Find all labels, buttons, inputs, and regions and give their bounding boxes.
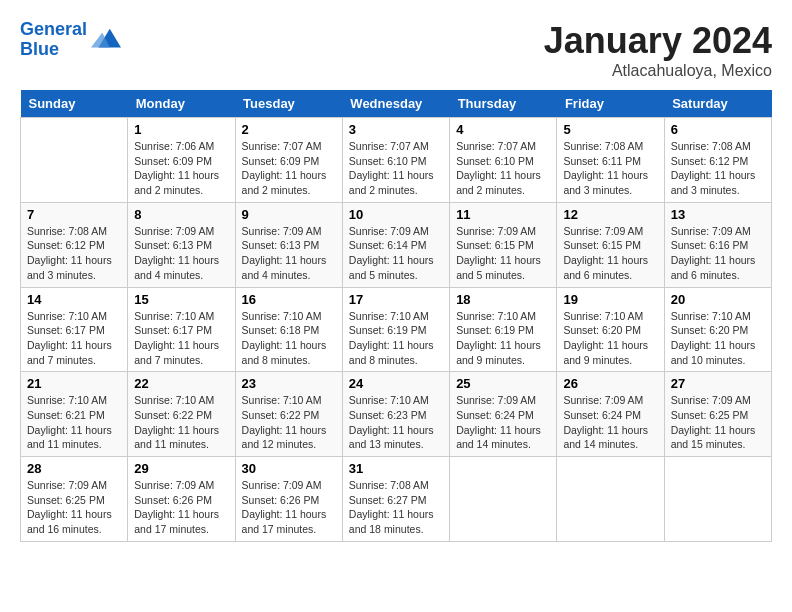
day-info: Sunrise: 7:07 AM Sunset: 6:09 PM Dayligh… [242,139,336,198]
day-info: Sunrise: 7:09 AM Sunset: 6:15 PM Dayligh… [456,224,550,283]
weekday-friday: Friday [557,90,664,118]
calendar-cell: 19Sunrise: 7:10 AM Sunset: 6:20 PM Dayli… [557,287,664,372]
calendar-cell: 23Sunrise: 7:10 AM Sunset: 6:22 PM Dayli… [235,372,342,457]
day-info: Sunrise: 7:07 AM Sunset: 6:10 PM Dayligh… [456,139,550,198]
day-number: 14 [27,292,121,307]
day-info: Sunrise: 7:10 AM Sunset: 6:21 PM Dayligh… [27,393,121,452]
logo-icon [91,25,121,55]
day-info: Sunrise: 7:10 AM Sunset: 6:17 PM Dayligh… [134,309,228,368]
calendar-cell: 29Sunrise: 7:09 AM Sunset: 6:26 PM Dayli… [128,457,235,542]
day-number: 27 [671,376,765,391]
day-info: Sunrise: 7:09 AM Sunset: 6:25 PM Dayligh… [671,393,765,452]
day-number: 12 [563,207,657,222]
calendar-cell: 11Sunrise: 7:09 AM Sunset: 6:15 PM Dayli… [450,202,557,287]
day-info: Sunrise: 7:06 AM Sunset: 6:09 PM Dayligh… [134,139,228,198]
day-number: 9 [242,207,336,222]
calendar-cell [450,457,557,542]
day-number: 6 [671,122,765,137]
day-number: 30 [242,461,336,476]
calendar-cell: 16Sunrise: 7:10 AM Sunset: 6:18 PM Dayli… [235,287,342,372]
calendar-cell [664,457,771,542]
day-number: 22 [134,376,228,391]
day-info: Sunrise: 7:08 AM Sunset: 6:12 PM Dayligh… [671,139,765,198]
weekday-saturday: Saturday [664,90,771,118]
calendar-cell: 15Sunrise: 7:10 AM Sunset: 6:17 PM Dayli… [128,287,235,372]
calendar-cell: 20Sunrise: 7:10 AM Sunset: 6:20 PM Dayli… [664,287,771,372]
calendar-week-3: 14Sunrise: 7:10 AM Sunset: 6:17 PM Dayli… [21,287,772,372]
day-info: Sunrise: 7:09 AM Sunset: 6:26 PM Dayligh… [134,478,228,537]
day-info: Sunrise: 7:08 AM Sunset: 6:11 PM Dayligh… [563,139,657,198]
calendar-cell: 6Sunrise: 7:08 AM Sunset: 6:12 PM Daylig… [664,118,771,203]
day-info: Sunrise: 7:09 AM Sunset: 6:24 PM Dayligh… [456,393,550,452]
calendar-cell: 2Sunrise: 7:07 AM Sunset: 6:09 PM Daylig… [235,118,342,203]
calendar-week-2: 7Sunrise: 7:08 AM Sunset: 6:12 PM Daylig… [21,202,772,287]
calendar-cell: 21Sunrise: 7:10 AM Sunset: 6:21 PM Dayli… [21,372,128,457]
day-info: Sunrise: 7:09 AM Sunset: 6:13 PM Dayligh… [242,224,336,283]
day-info: Sunrise: 7:09 AM Sunset: 6:25 PM Dayligh… [27,478,121,537]
calendar-cell: 7Sunrise: 7:08 AM Sunset: 6:12 PM Daylig… [21,202,128,287]
day-number: 24 [349,376,443,391]
calendar-cell: 12Sunrise: 7:09 AM Sunset: 6:15 PM Dayli… [557,202,664,287]
calendar-cell: 31Sunrise: 7:08 AM Sunset: 6:27 PM Dayli… [342,457,449,542]
weekday-header-row: SundayMondayTuesdayWednesdayThursdayFrid… [21,90,772,118]
calendar-cell: 25Sunrise: 7:09 AM Sunset: 6:24 PM Dayli… [450,372,557,457]
calendar-week-4: 21Sunrise: 7:10 AM Sunset: 6:21 PM Dayli… [21,372,772,457]
day-number: 19 [563,292,657,307]
day-number: 3 [349,122,443,137]
day-info: Sunrise: 7:10 AM Sunset: 6:22 PM Dayligh… [242,393,336,452]
calendar-cell [21,118,128,203]
calendar-cell: 28Sunrise: 7:09 AM Sunset: 6:25 PM Dayli… [21,457,128,542]
calendar-cell: 5Sunrise: 7:08 AM Sunset: 6:11 PM Daylig… [557,118,664,203]
day-info: Sunrise: 7:09 AM Sunset: 6:24 PM Dayligh… [563,393,657,452]
calendar-cell: 18Sunrise: 7:10 AM Sunset: 6:19 PM Dayli… [450,287,557,372]
calendar-cell: 27Sunrise: 7:09 AM Sunset: 6:25 PM Dayli… [664,372,771,457]
location-title: Atlacahualoya, Mexico [544,62,772,80]
weekday-wednesday: Wednesday [342,90,449,118]
day-number: 10 [349,207,443,222]
calendar-week-1: 1Sunrise: 7:06 AM Sunset: 6:09 PM Daylig… [21,118,772,203]
day-number: 11 [456,207,550,222]
day-info: Sunrise: 7:09 AM Sunset: 6:16 PM Dayligh… [671,224,765,283]
day-info: Sunrise: 7:10 AM Sunset: 6:19 PM Dayligh… [349,309,443,368]
title-block: January 2024 Atlacahualoya, Mexico [544,20,772,80]
day-info: Sunrise: 7:09 AM Sunset: 6:26 PM Dayligh… [242,478,336,537]
calendar-cell: 22Sunrise: 7:10 AM Sunset: 6:22 PM Dayli… [128,372,235,457]
day-info: Sunrise: 7:10 AM Sunset: 6:20 PM Dayligh… [671,309,765,368]
day-number: 7 [27,207,121,222]
day-info: Sunrise: 7:10 AM Sunset: 6:17 PM Dayligh… [27,309,121,368]
day-number: 5 [563,122,657,137]
weekday-monday: Monday [128,90,235,118]
day-info: Sunrise: 7:09 AM Sunset: 6:15 PM Dayligh… [563,224,657,283]
day-info: Sunrise: 7:09 AM Sunset: 6:13 PM Dayligh… [134,224,228,283]
weekday-sunday: Sunday [21,90,128,118]
day-info: Sunrise: 7:08 AM Sunset: 6:12 PM Dayligh… [27,224,121,283]
day-info: Sunrise: 7:10 AM Sunset: 6:23 PM Dayligh… [349,393,443,452]
day-number: 23 [242,376,336,391]
calendar-cell: 9Sunrise: 7:09 AM Sunset: 6:13 PM Daylig… [235,202,342,287]
calendar-cell: 10Sunrise: 7:09 AM Sunset: 6:14 PM Dayli… [342,202,449,287]
calendar-cell: 13Sunrise: 7:09 AM Sunset: 6:16 PM Dayli… [664,202,771,287]
logo: General Blue [20,20,121,60]
day-info: Sunrise: 7:08 AM Sunset: 6:27 PM Dayligh… [349,478,443,537]
calendar-cell: 1Sunrise: 7:06 AM Sunset: 6:09 PM Daylig… [128,118,235,203]
day-number: 18 [456,292,550,307]
day-number: 25 [456,376,550,391]
day-info: Sunrise: 7:10 AM Sunset: 6:18 PM Dayligh… [242,309,336,368]
month-title: January 2024 [544,20,772,62]
day-number: 13 [671,207,765,222]
calendar-cell: 24Sunrise: 7:10 AM Sunset: 6:23 PM Dayli… [342,372,449,457]
day-number: 17 [349,292,443,307]
calendar-cell: 30Sunrise: 7:09 AM Sunset: 6:26 PM Dayli… [235,457,342,542]
calendar-week-5: 28Sunrise: 7:09 AM Sunset: 6:25 PM Dayli… [21,457,772,542]
calendar-cell: 17Sunrise: 7:10 AM Sunset: 6:19 PM Dayli… [342,287,449,372]
calendar-body: 1Sunrise: 7:06 AM Sunset: 6:09 PM Daylig… [21,118,772,542]
day-number: 29 [134,461,228,476]
calendar-table: SundayMondayTuesdayWednesdayThursdayFrid… [20,90,772,542]
day-info: Sunrise: 7:10 AM Sunset: 6:20 PM Dayligh… [563,309,657,368]
day-number: 4 [456,122,550,137]
day-number: 21 [27,376,121,391]
logo-text: General Blue [20,20,87,60]
day-number: 31 [349,461,443,476]
day-info: Sunrise: 7:10 AM Sunset: 6:19 PM Dayligh… [456,309,550,368]
day-number: 1 [134,122,228,137]
